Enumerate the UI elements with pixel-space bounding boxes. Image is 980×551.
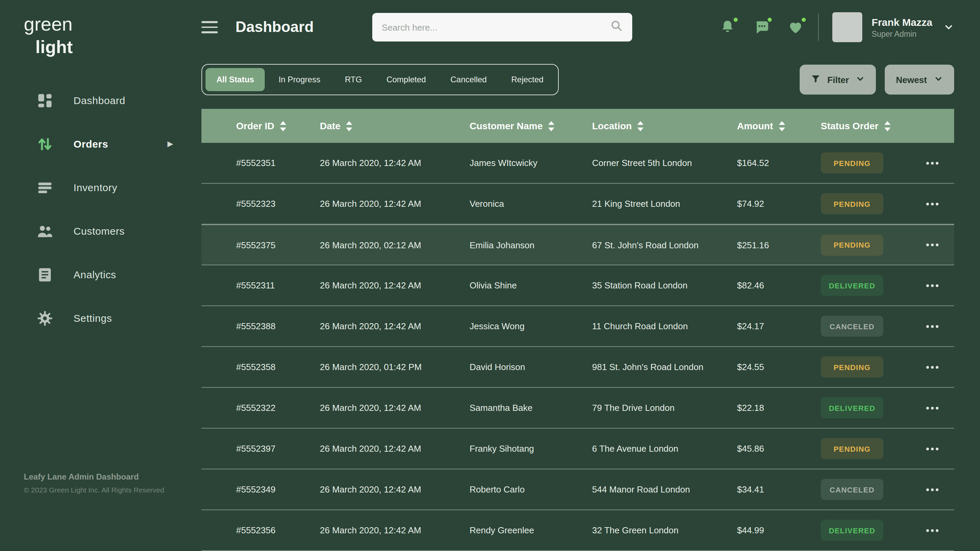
chevron-down-icon: [943, 22, 954, 33]
status-tabs: All Status In Progress RTG Completed Can…: [202, 64, 558, 95]
footer-copyright: © 2023 Green Light Inc. All Rights Reser…: [24, 486, 164, 494]
table-actions: Filter Newest: [799, 65, 954, 95]
vertical-divider: [818, 14, 819, 41]
row-actions-button[interactable]: [925, 362, 954, 372]
order-id: #5552388: [236, 321, 320, 331]
status-badge: PENDING: [821, 438, 883, 459]
table-row[interactable]: #5552388 26 March 2020, 12:42 AM Jessica…: [202, 306, 954, 347]
amount: $45.86: [737, 443, 821, 454]
table-row[interactable]: #5552358 26 March 2020, 01:42 PM David H…: [202, 347, 954, 388]
row-actions-button[interactable]: [925, 525, 954, 536]
row-actions-button[interactable]: [925, 157, 954, 168]
tab-in-progress[interactable]: In Progress: [268, 68, 331, 91]
order-date: 26 March 2020, 12:42 AM: [320, 525, 469, 535]
order-id: #5552349: [236, 484, 320, 495]
customer-name: Roberto Carlo: [469, 484, 592, 495]
user-menu[interactable]: Frank Mazza Super Admin: [832, 12, 954, 42]
column-header-date[interactable]: Date: [320, 121, 469, 131]
table-row[interactable]: #5552375 26 March 2020, 02:12 AM Emilia …: [202, 224, 954, 265]
amount: $82.46: [737, 280, 821, 291]
orders-icon: [36, 135, 54, 153]
tab-completed[interactable]: Completed: [375, 68, 437, 91]
row-actions-button[interactable]: [925, 484, 954, 495]
sidebar-item-orders[interactable]: Orders ▶: [24, 122, 191, 166]
sidebar-item-inventory[interactable]: Inventory: [24, 166, 191, 209]
tab-rtg[interactable]: RTG: [334, 68, 372, 91]
column-header-customer[interactable]: Customer Name: [469, 121, 592, 131]
tab-all-status[interactable]: All Status: [205, 68, 265, 91]
tab-rejected[interactable]: Rejected: [500, 68, 554, 91]
notification-area: [719, 18, 804, 36]
sidebar-item-customers[interactable]: Customers: [24, 209, 191, 253]
amount: $44.99: [737, 525, 821, 535]
order-date: 26 March 2020, 12:42 AM: [320, 443, 469, 454]
analytics-icon: [36, 266, 54, 283]
column-header-status[interactable]: Status Order: [821, 121, 925, 131]
location: 6 The Avenue London: [592, 443, 737, 454]
tab-cancelled[interactable]: Cancelled: [440, 68, 498, 91]
filter-button[interactable]: Filter: [799, 65, 876, 95]
user-name: Frank Mazza: [872, 16, 932, 28]
sidebar-item-dashboard[interactable]: Dashboard: [24, 79, 191, 122]
user-info: Frank Mazza Super Admin: [872, 16, 932, 38]
heart-icon[interactable]: [787, 18, 804, 36]
dashboard-icon: [36, 92, 54, 109]
table-row[interactable]: #5552311 26 March 2020, 12:42 AM Olivia …: [202, 265, 954, 306]
footer-title: Leafy Lane Admin Dashboard: [24, 472, 164, 482]
amount: $34.41: [737, 484, 821, 495]
customer-name: Jessica Wong: [469, 321, 592, 331]
table-row[interactable]: #5552351 26 March 2020, 12:42 AM James W…: [202, 143, 954, 184]
sidebar-footer: Leafy Lane Admin Dashboard © 2023 Green …: [24, 472, 164, 494]
row-actions-button[interactable]: [925, 321, 954, 332]
notification-dot: [732, 16, 739, 23]
table-row[interactable]: #5552356 26 March 2020, 12:42 AM Rendy G…: [202, 510, 954, 551]
sidebar-item-analytics[interactable]: Analytics: [24, 253, 191, 296]
status-badge: CANCELED: [821, 316, 883, 337]
row-actions-button[interactable]: [925, 198, 954, 209]
order-date: 26 March 2020, 12:42 AM: [320, 158, 469, 168]
customer-name: James WItcwicky: [469, 158, 592, 168]
sidebar-item-settings[interactable]: Settings: [24, 296, 191, 340]
table-row[interactable]: #5552397 26 March 2020, 12:42 AM Franky …: [202, 429, 954, 469]
chat-icon[interactable]: [753, 18, 770, 36]
column-header-amount[interactable]: Amount: [737, 121, 821, 131]
status-badge: DELIVERED: [821, 275, 883, 296]
row-actions-button[interactable]: [925, 402, 954, 413]
order-date: 26 March 2020, 12:42 AM: [320, 403, 469, 413]
location: 79 The Drive London: [592, 403, 737, 413]
search-input[interactable]: [382, 22, 611, 32]
order-id: #5552323: [236, 198, 320, 209]
status-badge: PENDING: [821, 234, 883, 256]
customer-name: Veronica: [469, 198, 592, 209]
row-actions-button[interactable]: [925, 443, 954, 454]
location: 544 Manor Road London: [592, 484, 737, 495]
search-icon[interactable]: [611, 20, 623, 35]
sort-icon: [778, 121, 785, 131]
table-row[interactable]: #5552323 26 March 2020, 12:42 AM Veronic…: [202, 184, 954, 224]
sort-icon: [884, 121, 891, 131]
amount: $74.92: [737, 198, 821, 209]
amount: $22.18: [737, 403, 821, 413]
location: 11 Church Road London: [592, 321, 737, 331]
menu-toggle-button[interactable]: [202, 21, 218, 33]
table-row[interactable]: #5552322 26 March 2020, 12:42 AM Samanth…: [202, 388, 954, 429]
order-id: #5552311: [236, 280, 320, 291]
table-row[interactable]: #5552349 26 March 2020, 12:42 AM Roberto…: [202, 469, 954, 510]
brand-logo: green light: [24, 12, 191, 58]
location: 67 St. John's Road London: [592, 240, 737, 250]
main-content: Dashboard: [191, 0, 980, 551]
row-actions-button[interactable]: [925, 240, 954, 250]
chevron-down-icon: [934, 74, 943, 86]
sort-button[interactable]: Newest: [885, 65, 954, 95]
column-header-location[interactable]: Location: [592, 121, 737, 131]
brand-logo-line1: green: [24, 12, 191, 37]
row-actions-button[interactable]: [925, 280, 954, 291]
status-badge: PENDING: [821, 152, 883, 173]
bell-icon[interactable]: [719, 18, 737, 36]
notification-dot: [800, 16, 807, 23]
amount: $251.16: [737, 240, 821, 250]
sidebar-item-label: Analytics: [73, 269, 116, 280]
column-header-order-id[interactable]: Order ID: [236, 121, 320, 131]
order-id: #5552397: [236, 443, 320, 454]
sidebar-nav: Dashboard Orders ▶: [24, 79, 191, 340]
